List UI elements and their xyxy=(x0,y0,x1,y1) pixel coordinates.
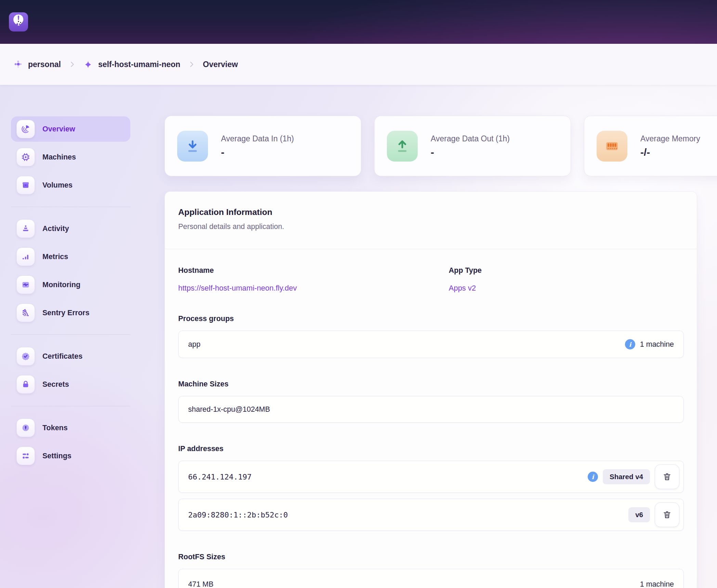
overview-radar-icon xyxy=(16,120,35,138)
stat-card-data-in: Average Data In (1h) - xyxy=(165,116,361,176)
stat-label: Average Data Out (1h) xyxy=(431,134,510,143)
sidebar-divider xyxy=(11,406,130,406)
sidebar-item-machines[interactable]: Machines xyxy=(11,144,130,170)
chevron-right-icon xyxy=(68,61,76,68)
info-icon[interactable]: i xyxy=(625,339,635,349)
breadcrumb: personal self-host-umami-neon Overview xyxy=(0,44,717,85)
delete-ip-button[interactable] xyxy=(655,502,679,527)
process-group-machines: 1 machine xyxy=(640,340,674,349)
fly-logo[interactable] xyxy=(9,12,28,31)
hostname-label: Hostname xyxy=(178,266,449,275)
machine-size-row: shared-1x-cpu@1024MB xyxy=(178,396,684,423)
trash-icon xyxy=(662,510,672,520)
package-icon xyxy=(16,176,35,194)
activity-stack-icon xyxy=(16,219,35,238)
sidebar-item-label: Activity xyxy=(42,225,69,233)
sidebar-item-label: Overview xyxy=(42,125,75,133)
app-type-label: App Type xyxy=(449,266,684,275)
sidebar-item-label: Volumes xyxy=(42,181,73,190)
breadcrumb-page[interactable]: Overview xyxy=(203,60,238,69)
machine-size-value: shared-1x-cpu@1024MB xyxy=(188,405,270,414)
stat-card-memory: Average Memory -/- xyxy=(584,116,717,176)
sidebar-item-monitoring[interactable]: Monitoring xyxy=(11,272,130,297)
sidebar-divider xyxy=(11,207,130,207)
breadcrumb-page-label: Overview xyxy=(203,60,238,69)
sidebar-item-certificates[interactable]: Certificates xyxy=(11,344,130,369)
trash-icon xyxy=(662,472,672,482)
memory-icon xyxy=(597,131,627,162)
process-groups-label: Process groups xyxy=(178,315,684,323)
stat-card-data-out: Average Data Out (1h) - xyxy=(374,116,571,176)
sidebar-item-label: Settings xyxy=(42,452,71,460)
stats-row: Average Data In (1h) - Average Data Out … xyxy=(165,116,717,176)
sidebar-item-volumes[interactable]: Volumes xyxy=(11,172,130,198)
application-information-card: Application Information Personal details… xyxy=(165,191,697,588)
stat-value: -/- xyxy=(640,146,700,158)
sidebar-item-label: Monitoring xyxy=(42,281,80,289)
breadcrumb-app[interactable]: self-host-umami-neon xyxy=(83,60,180,69)
sidebar-item-label: Secrets xyxy=(42,380,69,389)
fly-dashboard-page: personal self-host-umami-neon Overview xyxy=(0,0,717,588)
sidebar-item-label: Certificates xyxy=(42,352,82,361)
breadcrumb-app-label: self-host-umami-neon xyxy=(98,60,180,69)
breadcrumb-org[interactable]: personal xyxy=(14,60,61,69)
ip-type-badge: Shared v4 xyxy=(603,469,650,484)
sidebar-item-sentry-errors[interactable]: Sentry Errors xyxy=(11,300,130,325)
sentry-icon xyxy=(16,304,35,322)
cpu-chip-icon xyxy=(16,148,35,166)
sidebar-item-secrets[interactable]: Secrets xyxy=(11,372,130,397)
sidebar-divider xyxy=(11,334,130,335)
main-content: Average Data In (1h) - Average Data Out … xyxy=(159,85,717,588)
download-icon xyxy=(177,131,208,162)
hostname-link[interactable]: https://self-host-umami-neon.fly.dev xyxy=(178,284,297,293)
sidebar-item-tokens[interactable]: Tokens xyxy=(11,415,130,440)
padlock-icon xyxy=(16,375,35,394)
sidebar-nav: Overview Machines xyxy=(0,85,159,588)
ip-type-badge: v6 xyxy=(628,507,650,522)
top-header-bar xyxy=(0,0,717,44)
app-type-value-link[interactable]: Apps v2 xyxy=(449,284,476,293)
ip-address: 2a09:8280:1::2b:b52c:0 xyxy=(188,511,288,519)
certificate-seal-icon xyxy=(16,347,35,366)
fly-balloon-icon xyxy=(9,12,28,31)
ip-address: 66.241.124.197 xyxy=(188,473,251,481)
app-star-icon xyxy=(83,60,93,69)
machine-sizes-label: Machine Sizes xyxy=(178,380,684,388)
sidebar-item-label: Metrics xyxy=(42,253,68,261)
stat-value: - xyxy=(431,146,510,158)
rootfs-sizes-label: RootFS Sizes xyxy=(178,553,684,561)
delete-ip-button[interactable] xyxy=(655,464,679,489)
bar-chart-icon xyxy=(16,247,35,266)
stat-value: - xyxy=(221,146,294,158)
card-subtitle: Personal details and application. xyxy=(178,222,683,231)
card-title: Application Information xyxy=(178,207,683,217)
info-icon[interactable]: i xyxy=(588,472,598,482)
rootfs-size-value: 471 MB xyxy=(188,580,213,588)
sliders-icon xyxy=(16,447,35,465)
stat-label: Average Data In (1h) xyxy=(221,134,294,143)
ip-row: 66.241.124.197 i Shared v4 xyxy=(178,461,684,493)
ip-addresses-label: IP addresses xyxy=(178,445,684,453)
rootfs-row: 471 MB 1 machine xyxy=(178,569,684,588)
key-token-icon xyxy=(16,419,35,437)
breadcrumb-org-label: personal xyxy=(28,60,61,69)
rootfs-machines: 1 machine xyxy=(640,580,674,588)
sidebar-item-settings[interactable]: Settings xyxy=(11,443,130,469)
sidebar-item-metrics[interactable]: Metrics xyxy=(11,244,130,269)
process-group-name: app xyxy=(188,340,200,349)
sidebar-item-activity[interactable]: Activity xyxy=(11,216,130,241)
pulse-monitor-icon xyxy=(16,276,35,294)
chevron-right-icon xyxy=(188,61,195,68)
upload-icon xyxy=(387,131,418,162)
stat-label: Average Memory xyxy=(640,134,700,143)
sidebar-item-label: Sentry Errors xyxy=(42,309,89,317)
sidebar-item-label: Machines xyxy=(42,153,76,162)
process-group-row: app i 1 machine xyxy=(178,331,684,358)
ip-row: 2a09:8280:1::2b:b52c:0 v6 xyxy=(178,499,684,531)
org-dots-icon xyxy=(14,60,23,69)
sidebar-item-overview[interactable]: Overview xyxy=(11,116,130,142)
sidebar-item-label: Tokens xyxy=(42,424,68,432)
